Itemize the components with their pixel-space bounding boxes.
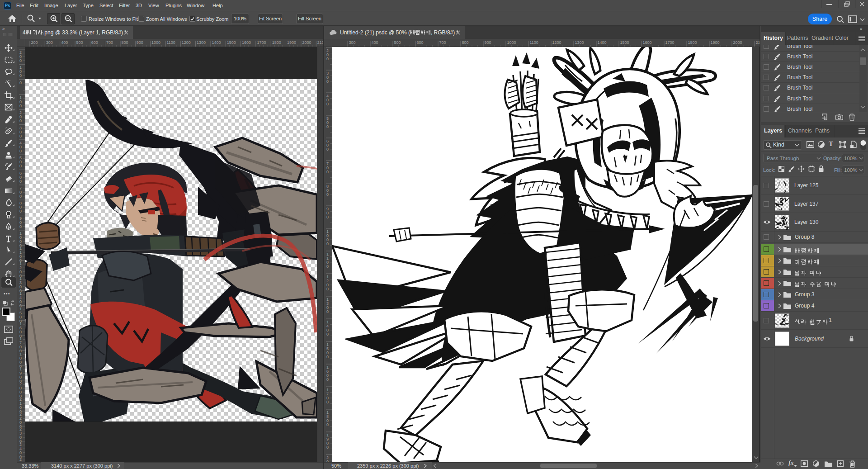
svg-text:0: 0: [326, 332, 329, 336]
svg-text:1100: 1100: [167, 40, 175, 45]
svg-text:1600: 1600: [242, 40, 251, 45]
svg-text:0: 0: [326, 445, 329, 450]
svg-text:1000: 1000: [151, 40, 160, 45]
svg-text:500: 500: [394, 40, 401, 45]
svg-text:900: 900: [137, 40, 143, 45]
svg-text:1800: 1800: [272, 40, 281, 45]
svg-text:0: 0: [326, 79, 329, 84]
svg-text:0: 0: [19, 118, 22, 123]
svg-text:400: 400: [372, 40, 378, 45]
svg-text:400: 400: [61, 40, 68, 45]
svg-text:500: 500: [76, 40, 83, 45]
svg-text:0: 0: [19, 134, 22, 138]
svg-text:200: 200: [31, 40, 38, 45]
svg-text:800: 800: [122, 40, 128, 45]
svg-text:0: 0: [326, 264, 329, 269]
svg-text:0: 0: [326, 377, 329, 382]
svg-text:600: 600: [91, 40, 98, 45]
svg-text:0: 0: [19, 81, 22, 85]
svg-text:0: 0: [326, 124, 329, 129]
svg-text:0: 0: [326, 215, 329, 219]
svg-text:0: 0: [326, 57, 329, 61]
svg-text:0: 0: [19, 194, 22, 199]
svg-text:300: 300: [349, 40, 356, 45]
svg-text:900: 900: [485, 40, 491, 45]
svg-text:1600: 1600: [643, 40, 652, 45]
svg-text:1100: 1100: [530, 40, 538, 45]
svg-text:0: 0: [326, 170, 329, 174]
svg-text:0: 0: [19, 179, 22, 184]
svg-text:1200: 1200: [182, 40, 191, 45]
svg-text:600: 600: [417, 40, 424, 45]
svg-text:0: 0: [326, 242, 329, 246]
svg-text:1700: 1700: [257, 40, 266, 45]
svg-text:1700: 1700: [665, 40, 675, 45]
svg-text:700: 700: [106, 40, 113, 45]
svg-text:1300: 1300: [575, 40, 584, 45]
svg-text:0: 0: [326, 355, 329, 359]
svg-text:0: 0: [19, 73, 22, 78]
svg-text:1300: 1300: [197, 40, 206, 45]
svg-text:0: 0: [19, 58, 22, 63]
svg-text:0: 0: [19, 209, 22, 213]
svg-text:2100: 2100: [317, 40, 323, 45]
svg-text:1400: 1400: [212, 40, 221, 45]
svg-text:1800: 1800: [688, 40, 697, 45]
svg-text:0: 0: [19, 104, 22, 108]
svg-text:0: 0: [326, 287, 329, 291]
svg-text:1500: 1500: [620, 40, 629, 45]
svg-text:1500: 1500: [227, 40, 236, 45]
svg-text:0: 0: [326, 400, 329, 404]
svg-text:1200: 1200: [552, 40, 561, 45]
svg-text:700: 700: [439, 40, 446, 45]
svg-text:2000: 2000: [302, 40, 311, 45]
svg-text:0: 0: [326, 422, 329, 427]
svg-text:1400: 1400: [598, 40, 607, 45]
svg-text:0: 0: [326, 192, 329, 197]
svg-text:0: 0: [326, 309, 329, 314]
svg-text:1900: 1900: [711, 40, 720, 45]
svg-text:0: 0: [326, 102, 329, 106]
svg-text:2000: 2000: [733, 40, 742, 45]
svg-text:1900: 1900: [287, 40, 296, 45]
svg-text:300: 300: [46, 40, 53, 45]
svg-text:0: 0: [19, 149, 22, 153]
svg-text:0: 0: [19, 164, 22, 168]
svg-text:1000: 1000: [507, 40, 516, 45]
svg-text:0: 0: [326, 147, 329, 152]
svg-text:0: 0: [19, 224, 22, 229]
svg-text:800: 800: [462, 40, 469, 45]
